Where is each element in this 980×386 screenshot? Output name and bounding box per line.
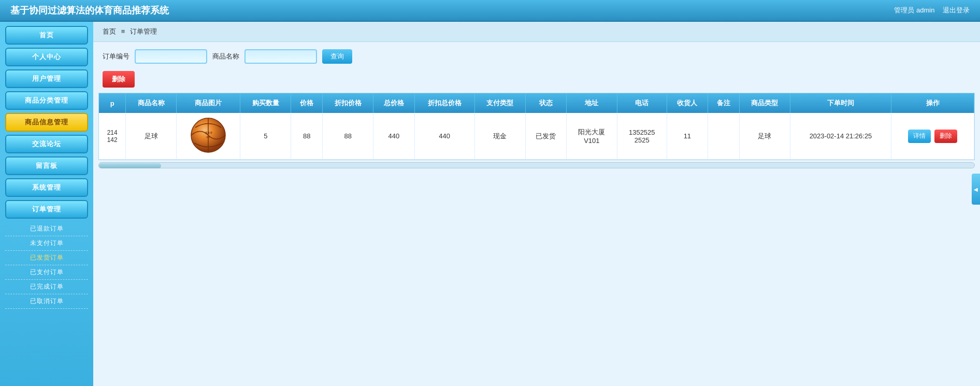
breadcrumb: 首页 ≡ 订单管理	[93, 22, 980, 42]
td-address: 阳光大厦 V101	[566, 113, 617, 160]
product-name-input[interactable]	[244, 49, 317, 64]
basketball-image: 球真球 体育	[190, 117, 226, 153]
action-bar: 删除	[93, 68, 980, 93]
sidebar-sub-completed[interactable]: 已完成订单	[5, 280, 88, 294]
order-no-label: 订单编号	[103, 52, 129, 61]
td-product-type: 足球	[740, 113, 790, 160]
sidebar-item-home[interactable]: 首页	[5, 26, 88, 45]
th-receiver: 收货人	[667, 93, 708, 113]
th-phone: 电话	[617, 93, 667, 113]
detail-button[interactable]: 详情	[908, 130, 931, 143]
td-order-time: 2023-02-14 21:26:25	[790, 113, 891, 160]
row-delete-button[interactable]: 删除	[934, 130, 957, 143]
delete-all-button[interactable]: 删除	[103, 71, 135, 88]
breadcrumb-home[interactable]: 首页	[103, 27, 116, 35]
product-name-label: 商品名称	[212, 52, 239, 61]
breadcrumb-current: 订单管理	[130, 27, 157, 35]
horizontal-scrollbar[interactable]	[93, 160, 980, 170]
admin-label: 管理员 admin	[894, 6, 934, 14]
header-user-area: 管理员 admin 退出登录	[894, 6, 970, 15]
sidebar-item-personal[interactable]: 个人中心	[5, 48, 88, 66]
th-product-name: 商品名称	[126, 93, 177, 113]
order-table-wrapper: p 商品名称 商品图片 购买数量 价格 折扣价格 总价格 折扣总价格 支付类型 …	[98, 93, 975, 160]
td-product-image: 球真球 体育	[177, 113, 240, 160]
breadcrumb-separator: ≡	[121, 27, 125, 35]
td-remark	[708, 113, 740, 160]
td-quantity: 5	[240, 113, 291, 160]
table-row: 214 142 足球	[99, 113, 974, 160]
order-table: p 商品名称 商品图片 购买数量 价格 折扣价格 总价格 折扣总价格 支付类型 …	[99, 93, 974, 160]
th-status: 状态	[525, 93, 566, 113]
scroll-thumb[interactable]	[99, 163, 161, 168]
th-remark: 备注	[708, 93, 740, 113]
td-payment-type: 现金	[474, 113, 525, 160]
td-total-price: 440	[373, 113, 414, 160]
sidebar-item-forum[interactable]: 交流论坛	[5, 135, 88, 153]
td-p: 214 142	[99, 113, 126, 160]
table-header-row: p 商品名称 商品图片 购买数量 价格 折扣价格 总价格 折扣总价格 支付类型 …	[99, 93, 974, 113]
svg-text:球真球: 球真球	[205, 131, 212, 134]
sidebar-item-orders[interactable]: 订单管理	[5, 200, 88, 219]
order-no-input[interactable]	[135, 49, 207, 64]
th-price: 价格	[291, 93, 323, 113]
sidebar-sub-unpaid[interactable]: 未支付订单	[5, 236, 88, 251]
th-product-image: 商品图片	[177, 93, 240, 113]
th-product-type: 商品类型	[740, 93, 790, 113]
td-receiver: 11	[667, 113, 708, 160]
app-title: 基于协同过滤算法的体育商品推荐系统	[10, 4, 169, 17]
sidebar-item-system[interactable]: 系统管理	[5, 178, 88, 197]
th-p: p	[99, 93, 126, 113]
td-discount-total: 440	[414, 113, 474, 160]
td-status: 已发货	[525, 113, 566, 160]
main-content: 首页 ≡ 订单管理 订单编号 商品名称 查询 删除 p 商品名称 商品图片	[93, 22, 980, 386]
th-order-time: 下单时间	[790, 93, 891, 113]
sidebar-item-category[interactable]: 商品分类管理	[5, 91, 88, 110]
query-button[interactable]: 查询	[322, 49, 352, 64]
right-handle-icon: ◀	[974, 187, 978, 192]
sidebar-item-notice[interactable]: 留言板	[5, 156, 88, 175]
sidebar-sub-paid[interactable]: 已支付订单	[5, 265, 88, 280]
th-discount-total: 折扣总价格	[414, 93, 474, 113]
td-phone: 1352525 2525	[617, 113, 667, 160]
sidebar-sub-cancelled[interactable]: 已取消订单	[5, 294, 88, 309]
header: 基于协同过滤算法的体育商品推荐系统 管理员 admin 退出登录	[0, 0, 980, 22]
sidebar-item-users[interactable]: 用户管理	[5, 69, 88, 88]
th-discount-price: 折扣价格	[323, 93, 373, 113]
search-bar: 订单编号 商品名称 查询	[93, 42, 980, 68]
sidebar-item-products[interactable]: 商品信息管理	[5, 113, 88, 132]
th-payment-type: 支付类型	[474, 93, 525, 113]
logout-button[interactable]: 退出登录	[943, 6, 970, 14]
td-price: 88	[291, 113, 323, 160]
th-quantity: 购买数量	[240, 93, 291, 113]
th-address: 地址	[566, 93, 617, 113]
sidebar-sub-shipped[interactable]: 已发货订单	[5, 251, 88, 265]
th-operation: 操作	[891, 93, 974, 113]
svg-text:体育: 体育	[206, 136, 210, 138]
sidebar-sub-returned[interactable]: 已退款订单	[5, 222, 88, 236]
td-operation: 详情 删除	[891, 113, 974, 160]
th-total-price: 总价格	[373, 93, 414, 113]
sidebar: 首页 个人中心 用户管理 商品分类管理 商品信息管理 交流论坛 留言板 系统管理…	[0, 22, 93, 386]
td-discount-price: 88	[323, 113, 373, 160]
sidebar-sub-group: 已退款订单 未支付订单 已发货订单 已支付订单 已完成订单 已取消订单	[5, 222, 88, 309]
scroll-track[interactable]	[98, 162, 975, 168]
right-handle[interactable]: ◀	[972, 174, 980, 205]
td-product-name: 足球	[126, 113, 177, 160]
